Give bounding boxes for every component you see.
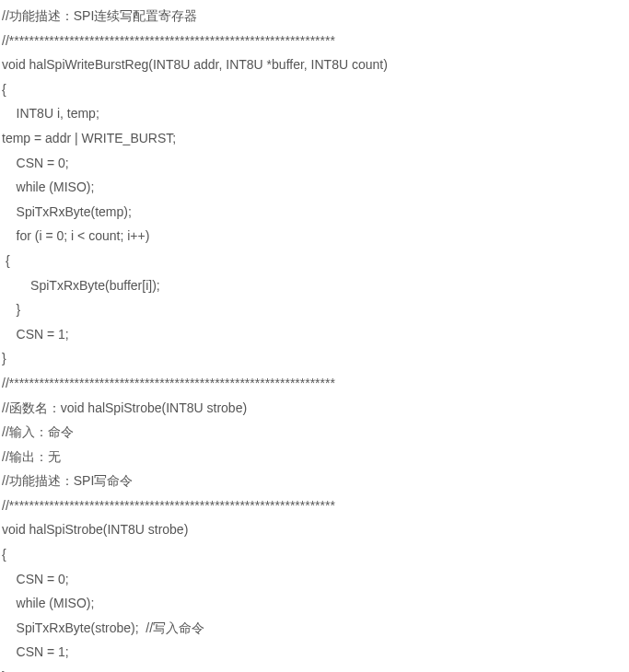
code-line: //功能描述：SPI连续写配置寄存器	[2, 4, 627, 29]
code-line: SpiTxRxByte(temp);	[2, 200, 627, 225]
code-line: INT8U i, temp;	[2, 101, 627, 126]
code-line: while (MISO);	[2, 591, 627, 616]
code-line: {	[2, 249, 627, 273]
code-line: //输出：无	[2, 445, 627, 469]
code-line: }	[2, 665, 627, 672]
code-line: SpiTxRxByte(strobe); //写入命令	[2, 616, 627, 641]
code-line: temp = addr | WRITE_BURST;	[2, 126, 627, 151]
code-line: void halSpiStrobe(INT8U strobe)	[2, 517, 627, 542]
code-line: //功能描述：SPI写命令	[2, 469, 627, 493]
code-line: //函数名：void halSpiStrobe(INT8U strobe)	[2, 396, 627, 421]
code-line: CSN = 1;	[2, 640, 627, 665]
code-line: SpiTxRxByte(buffer[i]);	[2, 273, 627, 298]
code-line: {	[2, 77, 627, 102]
code-line: //输入：命令	[2, 420, 627, 445]
code-line: }	[2, 346, 627, 371]
code-line: //**************************************…	[2, 371, 627, 396]
code-line: //**************************************…	[2, 493, 627, 518]
code-line: {	[2, 542, 627, 567]
code-block: //功能描述：SPI连续写配置寄存器 //*******************…	[2, 4, 627, 672]
code-line: CSN = 0;	[2, 567, 627, 592]
code-line: }	[2, 297, 627, 322]
code-line: while (MISO);	[2, 175, 627, 200]
code-line: for (i = 0; i < count; i++)	[2, 224, 627, 249]
code-line: //**************************************…	[2, 29, 627, 53]
code-line: CSN = 0;	[2, 151, 627, 176]
code-line: CSN = 1;	[2, 322, 627, 347]
code-line: void halSpiWriteBurstReg(INT8U addr, INT…	[2, 52, 627, 77]
